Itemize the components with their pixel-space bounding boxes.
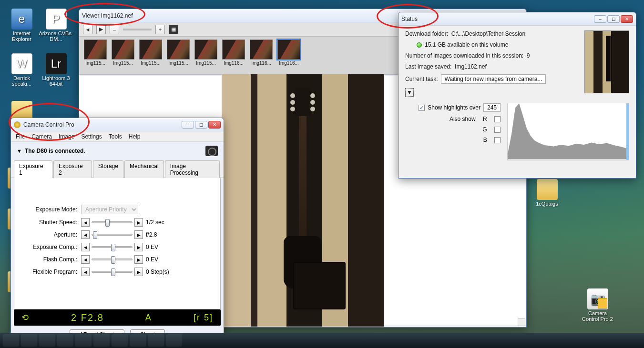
aperture-inc-button[interactable]: ▶ <box>134 230 143 239</box>
aperture-label: Aperture: <box>24 231 81 238</box>
taskbar-item[interactable] <box>112 334 128 347</box>
flex-inc-button[interactable]: ▶ <box>134 268 143 276</box>
desktop-icon[interactable]: PArizona CVBs-DM... <box>38 9 74 42</box>
prev-icon[interactable]: ◄ <box>83 25 92 34</box>
expand-toggle-icon[interactable]: ▼ <box>405 88 414 97</box>
channel-b-checkbox[interactable] <box>494 137 501 143</box>
menu-item[interactable]: Tools <box>109 133 122 140</box>
taskbar-item[interactable] <box>93 334 110 347</box>
taskbar[interactable] <box>0 333 644 348</box>
zoom-in-icon[interactable]: + <box>155 25 165 34</box>
thumbnail[interactable]: Img116... <box>222 40 245 66</box>
resize-grip-icon[interactable] <box>518 318 525 326</box>
desktop-icon[interactable]: 1cQuaigs <box>529 179 565 207</box>
thumbnail-image <box>194 40 217 60</box>
shutter-speed-label: Shutter Speed: <box>24 219 81 226</box>
app-icon <box>537 179 558 200</box>
histogram-chart <box>507 103 629 160</box>
show-highlights-checkbox[interactable] <box>419 105 425 111</box>
zoom-out-icon[interactable]: – <box>110 25 119 34</box>
desktop-icon[interactable]: WDerrick speaki... <box>4 53 40 87</box>
thumbnail[interactable]: Img115... <box>167 40 190 66</box>
maximize-button[interactable]: ◻ <box>607 15 620 23</box>
thumbnail[interactable]: Img116... <box>250 40 273 66</box>
histogram-clip-bar <box>626 103 629 160</box>
thumbnail[interactable]: Img116... <box>277 40 300 66</box>
exp-comp-label: Exposure Comp.: <box>24 244 81 250</box>
download-folder-label: Download folder: <box>405 30 448 37</box>
tab[interactable]: Exposure 2 <box>53 160 92 178</box>
thumbnail[interactable]: Img115... <box>84 40 107 66</box>
taskbar-item[interactable] <box>39 334 55 347</box>
minimize-button[interactable]: – <box>594 15 606 23</box>
highlights-threshold-input[interactable]: 245 <box>483 103 501 112</box>
tab[interactable]: Storage <box>93 160 123 178</box>
flex-program-label: Flexible Program: <box>24 268 81 275</box>
menu-item[interactable]: Help <box>129 133 141 140</box>
desktop-icon[interactable]: 📷Camera Control Pro 2 <box>580 288 615 322</box>
desktop-icon[interactable]: eInternet Explorer <box>4 9 40 42</box>
menu-item[interactable]: Camera <box>31 133 52 140</box>
flex-dec-button[interactable]: ◄ <box>81 268 90 276</box>
aperture-dec-button[interactable]: ◄ <box>81 230 90 239</box>
thumbnail[interactable]: Img115... <box>194 40 217 66</box>
expcomp-slider[interactable] <box>92 246 133 248</box>
expcomp-inc-button[interactable]: ▶ <box>134 243 143 251</box>
app-icon <box>14 121 20 128</box>
exposure-mode-select[interactable]: Aperture Priority <box>81 205 138 214</box>
close-button[interactable]: ✕ <box>621 15 633 23</box>
menu-item[interactable]: Image <box>59 133 74 140</box>
thumbnail[interactable]: Img115... <box>139 40 162 66</box>
taskbar-item[interactable] <box>21 334 37 347</box>
also-show-label: Also show <box>450 116 476 122</box>
play-icon[interactable]: ▶ <box>96 25 106 34</box>
flashcomp-slider[interactable] <box>92 259 133 260</box>
shutter-inc-button[interactable]: ▶ <box>134 218 143 227</box>
taskbar-item[interactable] <box>166 334 182 347</box>
icon-label: Internet Explorer <box>4 30 40 42</box>
current-task-value: Waiting for new images from camera... <box>441 74 546 84</box>
close-button[interactable]: ✕ <box>208 121 221 129</box>
desktop-icon[interactable]: LrLightroom 3 64-bit <box>38 53 74 87</box>
flashcomp-inc-button[interactable]: ▶ <box>134 255 143 264</box>
zoom-slider[interactable] <box>123 29 152 30</box>
preview-image <box>222 74 384 327</box>
channel-g-checkbox[interactable] <box>494 127 501 133</box>
channel-r-checkbox[interactable] <box>494 116 501 122</box>
menu-item[interactable]: File <box>16 133 25 140</box>
ccp-titlebar[interactable]: Camera Control Pro – ◻ ✕ <box>11 118 224 131</box>
maximize-button[interactable]: ◻ <box>195 121 207 129</box>
app-icon: Lr <box>46 53 67 74</box>
taskbar-item[interactable] <box>130 334 146 347</box>
app-icon: W <box>11 53 32 74</box>
show-highlights-label: Show highlights over <box>428 104 480 111</box>
minimize-button[interactable]: – <box>182 121 194 129</box>
amp-graphic <box>293 262 346 309</box>
thumbnail-image <box>139 40 162 60</box>
taskbar-item[interactable] <box>75 334 92 347</box>
fit-screen-icon[interactable]: ▦ <box>169 25 178 34</box>
disk-space: 15.1 GB available on this volume <box>425 41 508 48</box>
aperture-slider[interactable] <box>92 234 133 236</box>
menu-item[interactable]: Settings <box>81 133 102 140</box>
tab[interactable]: Mechanical <box>124 160 164 178</box>
thumbnail-image <box>84 40 107 60</box>
expcomp-dec-button[interactable]: ◄ <box>81 243 90 251</box>
tab[interactable]: Image Processing <box>165 160 220 178</box>
status-titlebar[interactable]: Status – ◻ ✕ <box>399 12 636 26</box>
shutter-slider[interactable] <box>92 221 133 223</box>
flashcomp-dec-button[interactable]: ◄ <box>81 255 90 264</box>
tab[interactable]: Exposure 1 <box>14 160 52 178</box>
ccp-tabs: Exposure 1Exposure 2StorageMechanicalIma… <box>11 160 224 178</box>
flash-comp-label: Flash Comp.: <box>24 256 81 263</box>
taskbar-item[interactable] <box>3 334 19 347</box>
icon-label: 1cQuaigs <box>529 201 565 207</box>
session-count-label: Number of images downloaded in this sess… <box>405 52 523 59</box>
flex-slider[interactable] <box>92 271 133 273</box>
thumbnail[interactable]: Img115... <box>112 40 134 66</box>
taskbar-item[interactable] <box>148 334 164 347</box>
shutter-dec-button[interactable]: ◄ <box>81 218 90 227</box>
taskbar-item[interactable] <box>57 334 73 347</box>
disclosure-triangle-icon[interactable]: ▼ <box>17 148 22 154</box>
exposure-tab-panel: Exposure Mode: Aperture Priority Shutter… <box>14 178 221 309</box>
